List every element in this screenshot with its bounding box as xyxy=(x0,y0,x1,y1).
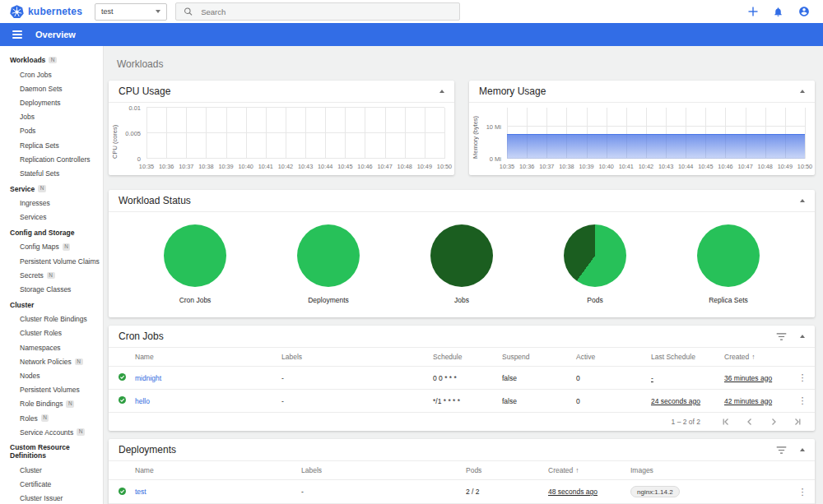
sidebar-item-secrets[interactable]: SecretsN xyxy=(0,268,103,282)
cpu-usage-chart: CPU (cores) 00.0050.01 10:3510:3610:3710… xyxy=(109,103,454,175)
sidebar-item-crd-cluster[interactable]: Cluster xyxy=(0,463,103,477)
section-label: Workloads xyxy=(10,56,45,64)
create-plus-button[interactable] xyxy=(748,7,758,16)
sidebar-item-namespaces[interactable]: Namespaces xyxy=(0,340,103,354)
item-label: Replication Controllers xyxy=(20,155,91,164)
next-page-button[interactable] xyxy=(770,418,778,426)
cell-created: 36 minutes ago xyxy=(724,374,772,382)
sidebar-item-crd-cluster-issuer[interactable]: Cluster Issuer xyxy=(0,492,103,504)
sidebar-item-storage-classes[interactable]: Storage Classes xyxy=(0,282,103,296)
x-axis-ticks: 10:3510:3610:3710:3810:3910:4010:4110:42… xyxy=(507,163,805,173)
sidebar-item-cron-jobs[interactable]: Cron Jobs xyxy=(0,67,103,81)
sidebar-section-cluster[interactable]: Cluster xyxy=(0,297,103,312)
collapse-caret-icon[interactable] xyxy=(800,199,805,202)
first-page-button[interactable] xyxy=(722,418,730,426)
search-icon xyxy=(184,7,193,16)
sidebar-item-pods[interactable]: Pods xyxy=(0,124,103,138)
item-label: Roles xyxy=(20,414,38,423)
column-header-suspend[interactable]: Suspend xyxy=(499,348,573,367)
sidebar-item-jobs[interactable]: Jobs xyxy=(0,110,103,124)
column-header-images[interactable]: Images xyxy=(627,461,790,480)
sidebar-item-config-maps[interactable]: Config MapsN xyxy=(0,240,103,254)
page-toolbar: Overview xyxy=(0,23,823,46)
namespaced-badge: N xyxy=(63,243,71,251)
column-header-name[interactable]: Name xyxy=(132,461,298,480)
workloads-heading: Workloads xyxy=(117,58,815,70)
sidebar-item-persistent-volume-claims[interactable]: Persistent Volume ClaimsN xyxy=(0,254,103,268)
cronjob-name-link[interactable]: hello xyxy=(135,397,150,405)
row-menu-button[interactable]: ⋮ xyxy=(790,390,815,413)
menu-hamburger-button[interactable] xyxy=(11,28,24,41)
row-menu-button[interactable]: ⋮ xyxy=(790,367,815,390)
collapse-caret-icon[interactable] xyxy=(439,90,444,93)
sidebar-item-daemon-sets[interactable]: Daemon Sets xyxy=(0,81,103,95)
column-header-created[interactable]: Created↑ xyxy=(545,461,627,480)
sidebar-item-roles[interactable]: RolesN xyxy=(0,411,103,425)
status-success-icon xyxy=(119,396,126,404)
sidebar-item-crd-certificate[interactable]: Certificate xyxy=(0,478,103,492)
namespace-selector[interactable]: test xyxy=(95,3,167,21)
card-title: Memory Usage xyxy=(479,86,800,97)
last-page-button[interactable] xyxy=(793,418,802,426)
sidebar-item-deployments[interactable]: Deployments xyxy=(0,95,103,109)
filter-button[interactable] xyxy=(776,446,787,455)
image-chip: nginx:1.14.2 xyxy=(630,486,680,497)
pie-cron-jobs: Cron Jobs xyxy=(164,224,226,304)
collapse-caret-icon[interactable] xyxy=(800,90,805,93)
sidebar-item-role-bindings[interactable]: Role BindingsN xyxy=(0,397,103,411)
sidebar-item-cluster-role-bindings[interactable]: Cluster Role Bindings xyxy=(0,312,103,326)
column-header-last-schedule[interactable]: Last Schedule xyxy=(648,348,721,367)
sidebar-item-replication-controllers[interactable]: Replication Controllers xyxy=(0,152,103,166)
search-input[interactable] xyxy=(201,7,452,16)
search-bar[interactable] xyxy=(175,2,460,21)
sidebar-section-service[interactable]: ServiceN xyxy=(0,181,103,197)
sidebar-item-services[interactable]: Services xyxy=(0,210,103,224)
filter-button[interactable] xyxy=(776,332,787,341)
sidebar-item-persistent-volumes[interactable]: Persistent Volumes xyxy=(0,383,103,397)
column-header-labels[interactable]: Labels xyxy=(298,461,463,480)
kubernetes-wheel-icon xyxy=(10,5,24,19)
cpu-usage-card: CPU Usage CPU (cores) 00.0050.01 10:3510… xyxy=(109,81,454,175)
notifications-bell-button[interactable] xyxy=(773,7,783,17)
item-label: Services xyxy=(20,213,47,221)
column-header-labels[interactable]: Labels xyxy=(278,348,430,367)
sidebar-item-stateful-sets[interactable]: Stateful Sets xyxy=(0,166,103,180)
kubernetes-logo[interactable]: kubernetes xyxy=(0,5,95,19)
sidebar-nav: WorkloadsN Cron Jobs Daemon Sets Deploym… xyxy=(0,46,104,504)
area-series-fill xyxy=(507,134,805,159)
cell-suspend: false xyxy=(499,367,573,390)
collapse-caret-icon[interactable] xyxy=(800,448,805,451)
section-label: Cluster xyxy=(10,301,34,309)
cell-created: 48 seconds ago xyxy=(548,488,597,496)
cell-labels: - xyxy=(278,367,430,390)
column-header-schedule[interactable]: Schedule xyxy=(430,348,499,367)
cronjob-name-link[interactable]: midnight xyxy=(135,374,161,382)
namespace-selected-value: test xyxy=(101,7,114,16)
column-header-active[interactable]: Active xyxy=(573,348,648,367)
collapse-caret-icon[interactable] xyxy=(800,335,805,338)
previous-page-button[interactable] xyxy=(746,418,754,426)
column-header-created[interactable]: Created↑ xyxy=(721,348,790,367)
column-header-name[interactable]: Name xyxy=(132,348,278,367)
deployment-name-link[interactable]: test xyxy=(135,488,146,496)
item-label: Cluster Role Bindings xyxy=(20,315,87,323)
sidebar-item-cluster-roles[interactable]: Cluster Roles xyxy=(0,326,103,340)
sidebar-item-ingresses[interactable]: Ingresses xyxy=(0,197,103,210)
sidebar-item-service-accounts[interactable]: Service AccountsN xyxy=(0,425,103,439)
row-menu-button[interactable]: ⋮ xyxy=(790,480,815,504)
section-label: Service xyxy=(10,185,35,193)
top-app-bar: kubernetes test xyxy=(0,0,823,23)
chevron-down-icon xyxy=(156,10,160,13)
sidebar-section-config-and-storage[interactable]: Config and Storage xyxy=(0,224,103,240)
user-account-button[interactable] xyxy=(798,6,810,17)
sidebar-item-network-policies[interactable]: Network PoliciesN xyxy=(0,354,103,368)
pie-circle xyxy=(297,224,360,287)
sidebar-section-custom-resource-definitions[interactable]: Custom Resource Definitions xyxy=(0,439,103,463)
sidebar-item-nodes[interactable]: Nodes xyxy=(0,368,103,382)
sidebar-section-workloads[interactable]: WorkloadsN xyxy=(0,52,103,67)
item-label: Persistent Volume Claims xyxy=(20,257,100,266)
sidebar-item-replica-sets[interactable]: Replica Sets xyxy=(0,138,103,152)
column-header-pods[interactable]: Pods xyxy=(463,461,545,480)
pie-label: Jobs xyxy=(430,296,493,304)
pie-jobs: Jobs xyxy=(430,224,493,304)
